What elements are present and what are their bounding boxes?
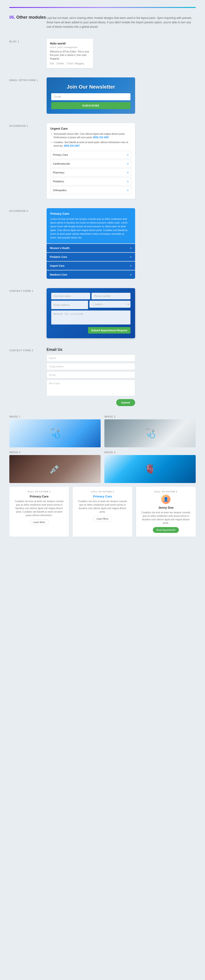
blog-card-excerpt: Welcome to ElTree Editor. This is your f… (50, 50, 90, 60)
blog-card-links: Edit | Delete | Trash | Blogging (50, 62, 90, 65)
accordion1-urgent-item-1: Sed posuitor lectus nibh. Cras ultrices … (50, 132, 131, 139)
bloc1-label: BLOC 1 (9, 39, 47, 43)
cta3-label: CALL TO ACTION 3 (140, 490, 192, 493)
cta-section: CALL TO ACTION 1 Primary Care Curabitur … (9, 487, 195, 537)
cf2-submit-button[interactable]: Submit (116, 399, 135, 406)
page-header: 06. Other modules Last but not least, we… (9, 15, 195, 29)
accordion2-item-label-newborn: Newborn Care (50, 273, 67, 276)
blog-card: Hello world! June 8, 2020 | Uncategorize… (47, 39, 93, 68)
accordion2-expand-icon-3: + (130, 273, 132, 277)
cta1-title: Primary Care (13, 495, 65, 498)
image3-placeholder (9, 455, 101, 483)
cta3-button[interactable]: Book Appointment (153, 527, 179, 533)
accordion2-primary-text: Lorem nisi bue sit amet nec tempus comed… (50, 217, 131, 240)
image1-placeholder (9, 419, 101, 447)
accordion1-urgent-title: Urgent Care (50, 127, 131, 130)
email-optin-content: Join Our Newsletter SUBSCRIBE (47, 77, 195, 114)
cta1-button[interactable]: Learn More (30, 519, 48, 525)
urgent-phone-2[interactable]: (800) 330-3487 (64, 145, 79, 147)
contact-form2-title: Email Us (47, 348, 135, 352)
accordion2-content: Primary Care Lorem nisi bue sit amet nec… (47, 208, 195, 279)
cf2-message-textarea[interactable] (47, 380, 135, 396)
cta2-text: Curabitur nisi eros at amet nec tempus c… (76, 500, 129, 514)
cf1-email-input[interactable] (51, 301, 88, 309)
blog-card-meta: June 8, 2020 | Uncategorized (50, 46, 90, 48)
contact-form1-content: -- select -- Submit Appointment Request (47, 288, 195, 338)
accordion2-item-newborn-care[interactable]: Newborn Care + (47, 270, 135, 279)
accordion1-item-cardiovascular[interactable]: Cardiovascular + (50, 160, 131, 168)
accordion2-item-label-urgent: Urgent Care (50, 264, 65, 267)
blog-trash-link[interactable]: Trash | Blogging (67, 62, 84, 65)
email-optin-input[interactable] (51, 93, 130, 100)
section-number: 06. (9, 15, 15, 19)
image4-box: IMAGE 4 (104, 451, 195, 483)
cta3-text: Curabitur nisi eros at amet nec tempus c… (140, 511, 192, 525)
accordion2-item-label-pediatric: Pediatric Care (50, 256, 67, 258)
image4-placeholder (104, 455, 195, 483)
cf1-submit-button[interactable]: Submit Appointment Request (88, 327, 130, 334)
accordion2-item-womens-health[interactable]: Women's Health + (47, 244, 135, 252)
image1-label: IMAGE 1 (9, 415, 101, 418)
cta3-avatar: 👤 (161, 495, 170, 504)
accordion2-section: ACCORDION 2 Primary Care Lorem nisi bue … (9, 208, 195, 279)
cf1-reason-textarea[interactable] (51, 310, 130, 325)
accordion1-item-pharmacy[interactable]: Pharmacy + (50, 169, 131, 177)
contact-form2-section: CONTACT FORM 2 Email Us Submit (9, 348, 195, 406)
cta2-label: CALL TO ACTION 2 (76, 490, 129, 493)
accordion2-item-label-womens: Women's Health (50, 247, 70, 250)
image4-label: IMAGE 4 (104, 451, 195, 453)
urgent-phone-1[interactable]: (800) 333-3487 (93, 136, 109, 139)
accordion1-content: Urgent Care Sed posuitor lectus nibh. Cr… (47, 123, 195, 199)
accordion2-label: ACCORDION 2 (9, 208, 47, 213)
image1-box: IMAGE 1 (9, 415, 101, 447)
cf1-name-phone-row (51, 293, 130, 299)
accordion1-item-label-primary: Primary Care (53, 153, 68, 156)
email-optin-background: Join Our Newsletter SUBSCRIBE (47, 77, 135, 114)
image3-label: IMAGE 3 (9, 451, 101, 453)
accordion1-item-label-ortho: Orthopedics (53, 189, 67, 192)
accordion2-expand-icon-2: + (130, 264, 132, 267)
bloc1-section: BLOC 1 Hello world! June 8, 2020 | Uncat… (9, 39, 195, 68)
contact-form1-wrapper: -- select -- Submit Appointment Request (47, 288, 135, 338)
accordion1-expand-icon-3: + (127, 180, 129, 183)
email-optin-section: EMAIL OPTIN FORM 1 Join Our Newsletter S… (9, 77, 195, 114)
image2-box: IMAGE 2 (104, 415, 195, 447)
accordion1-wrapper: Urgent Care Sed posuitor lectus nibh. Cr… (47, 123, 135, 199)
cf1-phone-input[interactable] (92, 293, 130, 299)
images-row-2: IMAGE 3 IMAGE 4 (9, 451, 195, 483)
image3-box: IMAGE 3 (9, 451, 101, 483)
images-row-1: IMAGE 1 IMAGE 2 (9, 415, 195, 447)
accordion2-expand-icon-0: + (130, 246, 132, 250)
accordion2-item-pediatric-care[interactable]: Pediatric Care + (47, 253, 135, 261)
accordion1-expand-icon-4: + (127, 188, 129, 192)
accordion1-item-label-pediatrics: Pediatrics (53, 180, 64, 183)
accordion1-item-label-cardio: Cardiovascular (53, 162, 70, 165)
accordion2-item-urgent-care[interactable]: Urgent Care + (47, 262, 135, 270)
accordion2-primary-panel[interactable]: Primary Care Lorem nisi bue sit amet nec… (47, 208, 135, 243)
cf2-email-input[interactable] (47, 371, 135, 378)
cta3-title: Jenny Doe (140, 506, 192, 509)
blog-delete-link[interactable]: Delete (57, 62, 64, 65)
cf2-name-input[interactable] (47, 355, 135, 361)
page-title: 06. Other modules (9, 15, 47, 20)
cf1-first-name-input[interactable] (51, 293, 90, 299)
accordion2-wrapper: Primary Care Lorem nisi bue sit amet nec… (47, 208, 135, 279)
accordion1-expand-icon-0: + (127, 153, 129, 157)
page-wrapper: 06. Other modules Last but not least, we… (0, 0, 205, 548)
contact-form2-wrapper: Email Us Submit (47, 348, 135, 406)
accordion1-item-label-pharmacy: Pharmacy (53, 171, 65, 174)
cta2-button[interactable]: Learn More (93, 516, 112, 522)
cf1-select[interactable]: -- select -- (89, 301, 130, 308)
section-title: Other modules (16, 15, 46, 19)
accordion2-expand-icon-1: + (130, 255, 132, 259)
email-optin-subscribe-button[interactable]: SUBSCRIBE (51, 102, 130, 109)
accordion1-label: ACCORDION 1 (9, 123, 47, 127)
accordion1-item-orthopedics[interactable]: Orthopedics + (50, 186, 131, 194)
contact-form1-label: CONTACT FORM 1 (9, 288, 47, 293)
page-description: Last but not least, we're sharing other … (47, 15, 195, 29)
accordion1-item-primary-care[interactable]: Primary Care + (50, 151, 131, 159)
accordion1-expand-icon-2: + (127, 171, 129, 174)
accordion1-item-pediatrics[interactable]: Pediatrics + (50, 177, 131, 185)
blog-edit-link[interactable]: Edit (50, 62, 54, 65)
cf2-organization-input[interactable] (47, 363, 135, 370)
